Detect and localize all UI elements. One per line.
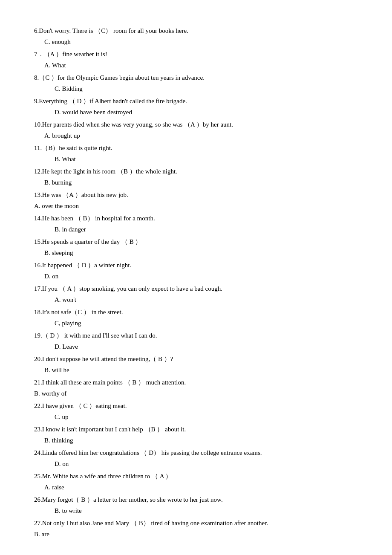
question-text: 25.Mr. White has a wife and three childr…	[34, 471, 358, 482]
question-block-21: 26.Mary forgot（ B ）a letter to her mothe…	[34, 494, 358, 516]
answer-text: B. are	[34, 529, 358, 540]
question-text: 7．（A ）fine weather it is!	[34, 49, 358, 60]
answer-text: A. What	[34, 60, 358, 71]
content: 6.Don't worry. There is （C） room for all…	[34, 26, 358, 540]
question-block-7: 12.He kept the light in his room （B ）the…	[34, 166, 358, 188]
question-block-5: 10.Her parents died when she was very yo…	[34, 119, 358, 141]
answer-text: A. won't	[34, 295, 358, 306]
answer-text: C. Bidding	[34, 84, 358, 95]
question-block-19: 24.Linda offered him her congratulations…	[34, 448, 358, 469]
question-block-15: 20.I don't suppose he will attend the me…	[34, 354, 358, 376]
answer-text: C. enough	[34, 37, 358, 48]
question-block-3: 8.（C ）for the Olympic Games begin about …	[34, 72, 358, 94]
question-block-14: 19.（ D ） it with me and I'll see what I …	[34, 330, 358, 352]
answer-text: B. in danger	[34, 224, 358, 235]
question-block-6: 11.（B）he said is quite right.B. What	[34, 143, 358, 165]
question-block-16: 21.I think all these are main points （ B…	[34, 377, 358, 399]
answer-text: D. Leave	[34, 341, 358, 353]
question-block-17: 22.I have given （ C ）eating meat.C. up	[34, 401, 358, 422]
question-text: 9.Everything （ D ）if Albert hadn't calle…	[34, 96, 358, 107]
answer-text: B. to write	[34, 506, 358, 517]
question-block-10: 15.He spends a quarter of the day （ B ）B…	[34, 237, 358, 258]
question-text: 12.He kept the light in his room （B ）the…	[34, 166, 358, 177]
question-block-4: 9.Everything （ D ）if Albert hadn't calle…	[34, 96, 358, 118]
question-text: 21.I think all these are main points （ B…	[34, 377, 358, 388]
question-text: 6.Don't worry. There is （C） room for all…	[34, 26, 358, 37]
question-text: 24.Linda offered him her congratulations…	[34, 448, 358, 459]
question-text: 20.I don't suppose he will attend the me…	[34, 354, 358, 365]
question-block-13: 18.It's not safe（C ） in the street.C, pl…	[34, 307, 358, 329]
question-text: 10.Her parents died when she was very yo…	[34, 119, 358, 130]
question-block-8: 13.He was （A ）about his new job.A. over …	[34, 190, 358, 211]
question-text: 13.He was （A ）about his new job.	[34, 190, 358, 201]
question-block-18: 23.I know it isn't important but I can't…	[34, 424, 358, 446]
question-block-1: 6.Don't worry. There is （C） room for all…	[34, 26, 358, 47]
question-block-2: 7．（A ）fine weather it is!A. What	[34, 49, 358, 71]
answer-text: A. over the moon	[34, 201, 358, 212]
answer-text: A. brought up	[34, 130, 358, 142]
question-block-9: 14.He has been （ B） in hospital for a mo…	[34, 213, 358, 235]
answer-text: B. sleeping	[34, 248, 358, 259]
question-text: 22.I have given （ C ）eating meat.	[34, 401, 358, 412]
question-text: 19.（ D ） it with me and I'll see what I …	[34, 330, 358, 341]
answer-text: C, playing	[34, 318, 358, 329]
question-block-11: 16.It happened （ D ）a winter night.D. on	[34, 260, 358, 282]
question-block-22: 27.Not only I but also Jane and Mary （ B…	[34, 518, 358, 540]
question-text: 18.It's not safe（C ） in the street.	[34, 307, 358, 318]
question-text: 26.Mary forgot（ B ）a letter to her mothe…	[34, 494, 358, 506]
question-block-12: 17.If you （ A ）stop smoking, you can onl…	[34, 283, 358, 305]
answer-text: B. worthy of	[34, 388, 358, 399]
answer-text: D. on	[34, 459, 358, 470]
answer-text: B. burning	[34, 177, 358, 188]
question-text: 14.He has been （ B） in hospital for a mo…	[34, 213, 358, 224]
answer-text: D. would have been destroyed	[34, 107, 358, 118]
question-text: 23.I know it isn't important but I can't…	[34, 424, 358, 435]
answer-text: C. up	[34, 412, 358, 423]
answer-text: B. thinking	[34, 435, 358, 446]
question-text: 27.Not only I but also Jane and Mary （ B…	[34, 518, 358, 529]
answer-text: D. on	[34, 271, 358, 282]
answer-text: B. What	[34, 154, 358, 165]
question-text: 8.（C ）for the Olympic Games begin about …	[34, 72, 358, 84]
question-text: 11.（B）he said is quite right.	[34, 143, 358, 154]
answer-text: B. will he	[34, 365, 358, 376]
question-text: 17.If you （ A ）stop smoking, you can onl…	[34, 283, 358, 295]
question-text: 15.He spends a quarter of the day （ B ）	[34, 237, 358, 248]
answer-text: A. raise	[34, 482, 358, 493]
question-text: 16.It happened （ D ）a winter night.	[34, 260, 358, 271]
question-block-20: 25.Mr. White has a wife and three childr…	[34, 471, 358, 493]
